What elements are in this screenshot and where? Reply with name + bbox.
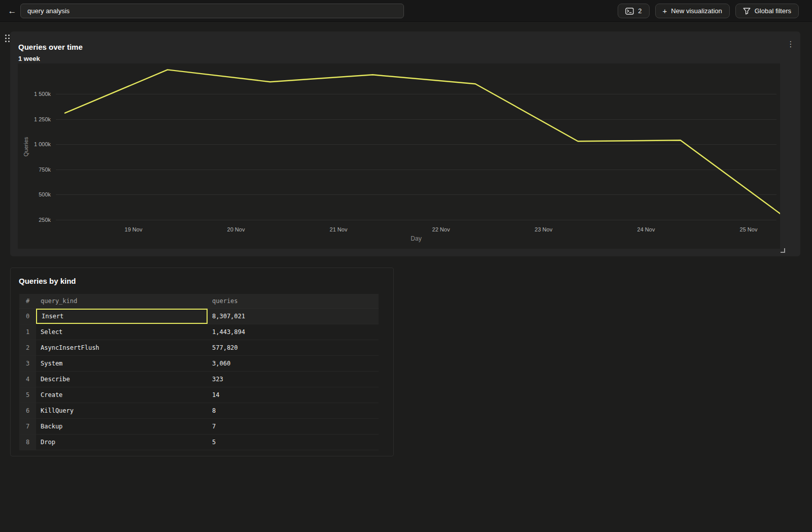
query-kind-cell[interactable]: Backup — [36, 419, 208, 434]
console-count: 2 — [638, 7, 641, 15]
row-index: 1 — [19, 324, 36, 340]
row-index: 4 — [19, 372, 36, 387]
funnel-icon — [743, 8, 751, 15]
kebab-icon: ⋮ — [787, 40, 795, 48]
table-row: 3System3,060 — [19, 356, 379, 372]
resize-handle-icon[interactable] — [781, 248, 785, 253]
dashboard-title-input[interactable] — [20, 4, 404, 18]
table-row: 8Drop5 — [19, 435, 379, 450]
table-row: 6KillQuery8 — [19, 403, 379, 419]
row-index: 3 — [19, 356, 36, 371]
table-row: 7Backup7 — [19, 419, 379, 435]
table-header-queries: queries — [208, 294, 379, 308]
row-index: 7 — [19, 419, 36, 434]
console-icon — [625, 8, 634, 15]
query-kind-cell[interactable]: Describe — [36, 372, 208, 387]
back-button[interactable]: ← — [5, 4, 19, 18]
table-row: 4Describe323 — [19, 372, 379, 387]
topbar-actions: 2 + New visualization Global filters — [618, 4, 799, 18]
table-row: 1Select1,443,894 — [19, 324, 379, 340]
table-card: Queries by kind #query_kindqueries0Inser… — [10, 268, 394, 456]
table-row: 0Insert8,307,021 — [19, 309, 379, 324]
query-kind-cell[interactable]: Drop — [36, 435, 208, 450]
query-kind-cell[interactable]: Select — [36, 324, 208, 340]
topbar: ← 2 + New visualization Global filters — [0, 0, 812, 22]
queries-cell[interactable]: 323 — [208, 372, 379, 387]
table-header-index: # — [19, 294, 36, 308]
queries-cell[interactable]: 14 — [208, 387, 379, 403]
queries-cell[interactable]: 1,443,894 — [208, 324, 379, 340]
queries-cell[interactable]: 8 — [208, 403, 379, 418]
x-axis-tick-label: 24 Nov — [623, 226, 669, 232]
row-index: 2 — [19, 340, 36, 355]
row-index: 5 — [19, 387, 36, 403]
x-axis-tick-label: 22 Nov — [418, 226, 464, 232]
queries-cell[interactable]: 7 — [208, 419, 379, 434]
x-axis-tick-label: 19 Nov — [111, 226, 156, 232]
console-count-button[interactable]: 2 — [618, 4, 649, 18]
x-axis-tick-label: 21 Nov — [316, 226, 361, 232]
chart-card: Queries over time 1 week ⋮ 250k500k750k1… — [10, 31, 800, 256]
row-index: 8 — [19, 435, 36, 450]
queries-cell[interactable]: 3,060 — [208, 356, 379, 371]
x-axis-tick-label: 23 Nov — [521, 226, 566, 232]
table-row: 2AsyncInsertFlush577,820 — [19, 340, 379, 356]
x-axis-name: Day — [393, 235, 439, 242]
drag-handle-icon[interactable] — [4, 34, 10, 43]
y-axis-name: Queries — [23, 131, 29, 162]
queries-cell[interactable]: 8,307,021 — [208, 309, 379, 324]
table-row: 5Create14 — [19, 387, 379, 403]
query-kind-cell[interactable]: AsyncInsertFlush — [36, 340, 208, 355]
query-kind-cell[interactable]: Create — [36, 387, 208, 403]
queries-series-line — [65, 70, 780, 216]
row-index: 6 — [19, 403, 36, 418]
row-index: 0 — [19, 309, 36, 324]
chart-menu-button[interactable]: ⋮ — [785, 39, 796, 50]
table-title: Queries by kind — [19, 277, 76, 285]
table-header-query-kind: query_kind — [36, 294, 208, 308]
chart-plot — [18, 63, 780, 249]
chart-subtitle: 1 week — [18, 55, 40, 62]
queries-over-time-line-chart: 250k500k750k1 000k1 250k1 500k19 Nov20 N… — [18, 63, 780, 249]
x-axis-tick-label: 25 Nov — [726, 226, 771, 232]
queries-cell[interactable]: 577,820 — [208, 340, 379, 355]
table-header-row: #query_kindqueries — [19, 294, 379, 309]
plus-icon: + — [663, 7, 667, 15]
new-visualization-button[interactable]: + New visualization — [655, 4, 730, 18]
chart-title: Queries over time — [18, 43, 83, 51]
query-kind-cell[interactable]: Insert — [36, 309, 208, 324]
back-arrow-icon: ← — [8, 6, 17, 16]
new-visualization-label: New visualization — [671, 7, 722, 15]
queries-cell[interactable]: 5 — [208, 435, 379, 450]
global-filters-label: Global filters — [755, 7, 791, 15]
x-axis-tick-label: 20 Nov — [213, 226, 259, 232]
global-filters-button[interactable]: Global filters — [735, 4, 799, 18]
query-kind-cell[interactable]: System — [36, 356, 208, 371]
query-kind-cell[interactable]: KillQuery — [36, 403, 208, 418]
queries-by-kind-table: #query_kindqueries0Insert8,307,0211Selec… — [19, 294, 379, 450]
